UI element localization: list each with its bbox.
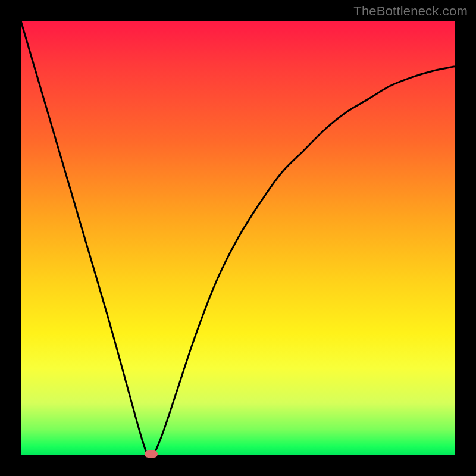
- bottleneck-curve-path: [21, 21, 455, 455]
- plot-area: [21, 21, 455, 455]
- curve-svg: [21, 21, 455, 455]
- chart-frame: TheBottleneck.com: [0, 0, 476, 476]
- minimum-marker: [145, 450, 158, 458]
- watermark-text: TheBottleneck.com: [353, 4, 468, 19]
